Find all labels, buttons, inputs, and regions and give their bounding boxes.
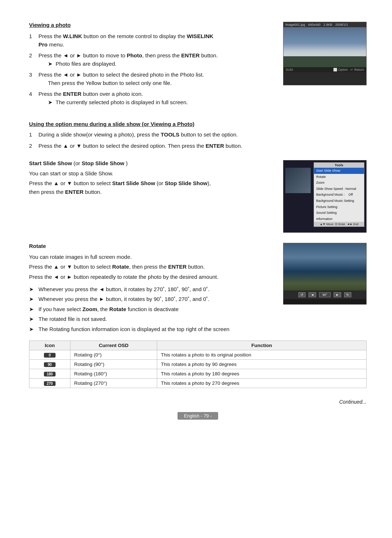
- language-badge: English - 79 -: [177, 412, 219, 420]
- rotate-arrow-list: ➤ Whenever you press the ◄ button, it ro…: [29, 285, 272, 334]
- rotate-left-arrow[interactable]: ◄: [309, 292, 316, 297]
- icon-badge-270: 270: [44, 381, 56, 386]
- tools-item-picture: Picture Setting: [314, 204, 364, 210]
- slide-show-text: Start Slide Show (or Stop Slide Show ) Y…: [29, 160, 272, 197]
- photo-screenshot: Image001.jpg 440x440 2.9KB 2008/1/1 SUM …: [283, 22, 367, 85]
- return-icon: ↩: [350, 68, 353, 72]
- rotate-arrow-5: ➤ The Rotating function information icon…: [29, 325, 272, 334]
- osd-270: Rotating (270°): [70, 379, 157, 388]
- slide-show-title-line: Start Slide Show (or Stop Slide Show ): [29, 160, 272, 166]
- option-step-1: 1 During a slide show(or viewing a photo…: [29, 131, 367, 139]
- slide-show-line3: then press the ENTER button.: [29, 188, 272, 196]
- rotate-bold2: Rotate: [109, 306, 126, 312]
- icon-badge-180: 180: [44, 372, 56, 376]
- osd-90: Rotating (90°): [70, 360, 157, 369]
- photo-bottom-bar: SUM ⬜ Option ↩ Return: [283, 67, 366, 72]
- continued-text: Continued...: [339, 399, 367, 405]
- rotate-two-col: Rotate You can rotate images in full scr…: [29, 243, 367, 335]
- viewing-photo-two-col: Viewing a photo 1 Press the W.LINK butto…: [29, 22, 367, 109]
- slide-show-line1: You can start or stop a Slide Show.: [29, 169, 272, 178]
- start-slide-bold: Start Slide Show: [29, 160, 72, 166]
- enter-bold-5: ENTER: [168, 264, 187, 270]
- tools-item-rotate: Rotate: [314, 174, 364, 180]
- rotate-line3: Press the ◄ or ► button repeatedly to ro…: [29, 273, 272, 281]
- tools-item-sound: Sound Setting: [314, 210, 364, 216]
- photo-dimensions: 440x440: [308, 23, 321, 27]
- rotate-line1: You can rotate images in full screen mod…: [29, 253, 272, 261]
- step-2: 2 Press the ◄ or ► button to move to Pho…: [29, 52, 272, 68]
- rotate-bold: Rotate: [112, 264, 129, 270]
- icon-90: 90: [29, 360, 70, 369]
- stop-slide-bold2: Stop Slide Show: [165, 180, 208, 186]
- rotate-arrow-4: ➤ The rotated file is not saved.: [29, 315, 272, 323]
- tools-item-start-slide: Start Slide Show: [314, 168, 364, 174]
- rotate-right-arrow[interactable]: ►: [334, 292, 341, 297]
- tools-item-zoom: Zoom: [314, 180, 364, 186]
- rotate-controls: ↺ ◄ 90° ► ↻: [283, 290, 366, 299]
- rotate-line2: Press the ▲ or ▼ button to select Rotate…: [29, 262, 272, 271]
- table-header-osd: Current OSD: [70, 341, 157, 350]
- tools-left-image: [285, 168, 311, 193]
- icon-badge-0: 0: [44, 353, 56, 358]
- table-header-icon: Icon: [29, 341, 70, 350]
- option-menu-section: Using the option menu during a slide sho…: [29, 121, 367, 150]
- step-1: 1 Press the W.LINK button on the remote …: [29, 32, 272, 49]
- option-menu-title: Using the option menu during a slide sho…: [29, 121, 367, 127]
- waterfall-image: [283, 243, 366, 290]
- slide-show-two-col: Start Slide Show (or Stop Slide Show ) Y…: [29, 160, 367, 233]
- viewing-photo-steps: 1 Press the W.LINK button on the remote …: [29, 32, 272, 106]
- wlink-bold: W.LINK: [63, 33, 82, 39]
- tools-menu-title: Tools: [314, 163, 364, 168]
- photo-bottom-right: ⬜ Option ↩ Return: [333, 68, 364, 72]
- page-footer: English - 79 -: [29, 412, 367, 420]
- tools-screenshot: Tools Start Slide Show Rotate Zoom Slide…: [283, 160, 367, 233]
- photo-image-area: [283, 27, 366, 67]
- rotate-arrow-2: ➤ Whenever you press the ► button, it ro…: [29, 295, 272, 303]
- rotate-left-btn[interactable]: ↺: [298, 292, 306, 297]
- rotate-screenshot: ↺ ◄ 90° ► ↻: [283, 243, 367, 305]
- photo-bottom-left: SUM: [286, 68, 293, 72]
- viewing-photo-section: Viewing a photo 1 Press the W.LINK butto…: [29, 22, 367, 109]
- photo-top-bar: Image001.jpg 440x440 2.9KB 2008/1/1: [283, 22, 366, 27]
- step-4-sub: ➤ The currently selected photo is displa…: [38, 99, 188, 105]
- cloud-simulation: [283, 27, 366, 67]
- rotate-right-btn[interactable]: ↻: [344, 292, 351, 297]
- step-3: 3 Press the ◄ or ► button to select the …: [29, 71, 272, 87]
- zoom-bold: Zoom: [82, 306, 97, 312]
- tools-menu: Tools Start Slide Show Rotate Zoom Slide…: [314, 162, 364, 227]
- continued-line: Continued...: [29, 399, 367, 405]
- tools-bold: TOOLS: [161, 131, 179, 138]
- rotate-text: Rotate You can rotate images in full scr…: [29, 243, 272, 335]
- stop-slide-bold: Stop Slide Show: [82, 160, 124, 166]
- rotate-table: Icon Current OSD Function 0 Rotating (0°…: [29, 341, 367, 388]
- slide-show-line2: Press the ▲ or ▼ button to select Start …: [29, 179, 272, 187]
- step-2-sub: ➤ Photo files are displayed.: [38, 61, 117, 67]
- slide-show-section: Start Slide Show (or Stop Slide Show ) Y…: [29, 160, 367, 233]
- table-header-function: Function: [157, 341, 367, 350]
- viewing-photo-text: Viewing a photo 1 Press the W.LINK butto…: [29, 22, 272, 109]
- rotate-arrow-1: ➤ Whenever you press the ◄ button, it ro…: [29, 285, 272, 294]
- enter-bold-1: ENTER: [181, 52, 200, 58]
- osd-180: Rotating (180°): [70, 369, 157, 379]
- table-header-row: Icon Current OSD Function: [29, 341, 367, 350]
- tools-item-info: Information: [314, 216, 364, 222]
- enter-bold-2: ENTER: [63, 91, 82, 97]
- viewing-photo-title: Viewing a photo: [29, 22, 272, 28]
- step-4: 4 Press the ENTER button over a photo ic…: [29, 90, 272, 106]
- rotate-section: Rotate You can rotate images in full scr…: [29, 243, 367, 388]
- table-row: 0 Rotating (0°) This rotates a photo to …: [29, 350, 367, 360]
- enter-bold-4: ENTER: [65, 189, 83, 195]
- icon-270: 270: [29, 379, 70, 388]
- photo-size: 2.9KB: [323, 23, 332, 27]
- table-row: 180 Rotating (180°) This rotates a photo…: [29, 369, 367, 379]
- rotate-title: Rotate: [29, 243, 272, 249]
- function-270: This rotates a photo by 270 degrees: [157, 379, 367, 388]
- option-menu-steps: 1 During a slide show(or viewing a photo…: [29, 131, 367, 150]
- function-180: This rotates a photo by 180 degrees: [157, 369, 367, 379]
- enter-bold-3: ENTER: [206, 143, 224, 149]
- rotate-arrow-3: ➤ If you have select Zoom, the Rotate fu…: [29, 305, 272, 314]
- step-3-sub: Then press the Yellow button to select o…: [38, 80, 172, 86]
- icon-0: 0: [29, 350, 70, 360]
- function-0: This rotates a photo to its original pos…: [157, 350, 367, 360]
- icon-180: 180: [29, 369, 70, 379]
